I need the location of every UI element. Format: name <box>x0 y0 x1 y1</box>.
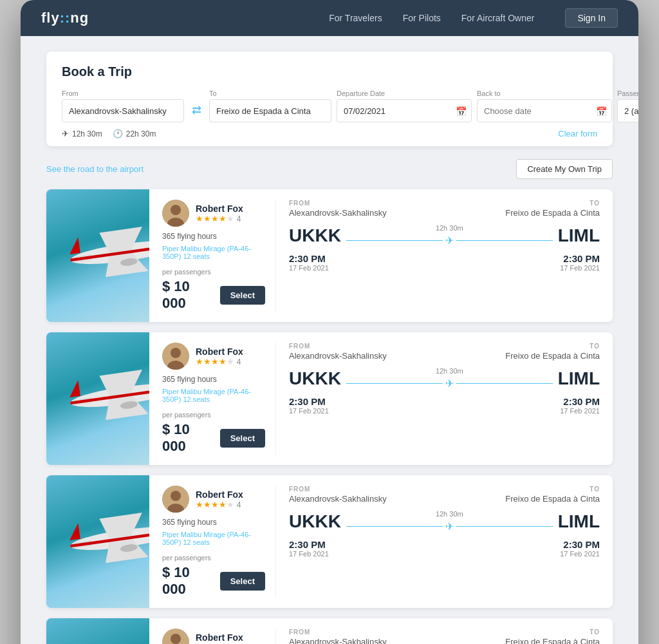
nav-link-aircraft[interactable]: For Aircraft Owner <box>461 13 535 23</box>
clear-form-link[interactable]: Clear form <box>558 129 597 138</box>
card-body: Robert Fox ★★★★★ 4 365 flying hours Pipe… <box>149 618 613 644</box>
arrive-time: 2:30 PM <box>560 253 600 264</box>
svg-marker-13 <box>68 380 80 397</box>
svg-marker-24 <box>68 523 80 540</box>
depart-date: 17 Feb 2021 <box>289 264 329 272</box>
depart-date: 17 Feb 2021 <box>289 407 329 415</box>
card-image <box>46 618 149 644</box>
pilot-stars: ★★★★★ 4 <box>196 214 243 223</box>
road-link[interactable]: See the road to the airport <box>46 164 516 174</box>
svg-point-20 <box>171 348 181 358</box>
flight-section: FROM Alexandrovsk-Sakhalinsky TO Freixo … <box>275 343 600 455</box>
backto-field: Back to 📅 <box>477 90 612 122</box>
navbar: fly::ng For Travelers For Pilots For Air… <box>21 0 638 36</box>
nav-link-pilots[interactable]: For Pilots <box>403 13 441 23</box>
to-input[interactable] <box>209 99 331 122</box>
pilot-info: Robert Fox ★★★★★ 4 <box>162 629 265 644</box>
flying-hours: 365 flying hours <box>162 232 265 241</box>
pilot-stars: ★★★★★ 4 <box>196 500 243 509</box>
flight-time-meta: ✈ 12h 30m <box>62 129 102 138</box>
endpoint-to: TO Freixo de Espada à Cinta <box>505 629 600 644</box>
road-bar: See the road to the airport Create My Ow… <box>46 159 613 179</box>
flight-times: 2:30 PM 17 Feb 2021 2:30 PM 17 Feb 2021 <box>289 539 600 558</box>
from-city: Alexandrovsk-Sakhalinsky <box>289 351 387 361</box>
to-field: To <box>209 90 331 122</box>
flying-hours: 365 flying hours <box>162 518 265 527</box>
to-city: Freixo de Espada à Cinta <box>505 494 600 504</box>
return-time-value: 22h 30m <box>126 129 156 138</box>
pilot-info: Robert Fox ★★★★★ 4 <box>162 343 265 370</box>
booking-form-row: From ⇄ To Departure Date 📅 Back to 📅 <box>62 90 597 122</box>
from-iata: UKKK <box>289 225 341 246</box>
backto-input[interactable] <box>477 99 612 122</box>
departure-input[interactable] <box>337 99 472 122</box>
depart-time-block: 2:30 PM 17 Feb 2021 <box>289 396 329 415</box>
depart-time: 2:30 PM <box>289 253 329 264</box>
route-line: 12h 30m ✈ <box>346 367 553 390</box>
flight-endpoints: FROM Alexandrovsk-Sakhalinsky TO Freixo … <box>289 343 600 361</box>
from-field: From <box>62 90 184 122</box>
select-button[interactable]: Select <box>220 429 265 448</box>
svg-marker-2 <box>68 237 80 254</box>
avatar <box>162 629 189 644</box>
from-endpoint-label: FROM <box>289 200 387 207</box>
from-input[interactable] <box>62 99 184 122</box>
from-endpoint-label: FROM <box>289 486 387 493</box>
pilot-name-section: Robert Fox ★★★★★ 4 <box>196 632 243 645</box>
from-city: Alexandrovsk-Sakhalinsky <box>289 494 387 504</box>
to-endpoint-label: TO <box>505 629 600 636</box>
from-iata: UKKK <box>289 511 341 532</box>
return-time-meta: 🕐 22h 30m <box>113 129 156 138</box>
pilot-info: Robert Fox ★★★★★ 4 <box>162 200 265 227</box>
card-body: Robert Fox ★★★★★ 4 365 flying hours Pipe… <box>149 332 613 465</box>
pilot-name: Robert Fox <box>196 632 243 643</box>
price-row: $ 10 000 Select <box>162 278 265 312</box>
nav-link-travelers[interactable]: For Travelers <box>329 13 382 23</box>
from-label: From <box>62 90 184 97</box>
aircraft-info: Piper Malibu Mirage (PA-46-350P) 12 seat… <box>162 245 265 260</box>
passengers-label: Passengers <box>617 90 638 97</box>
pilot-info: Robert Fox ★★★★★ 4 <box>162 486 265 513</box>
flight-section: FROM Alexandrovsk-Sakhalinsky TO Freixo … <box>275 629 600 644</box>
arrive-date: 17 Feb 2021 <box>560 264 600 272</box>
flight-section: FROM Alexandrovsk-Sakhalinsky TO Freixo … <box>275 486 600 598</box>
main-content: Book a Trip From ⇄ To Departure Date 📅 <box>21 36 638 644</box>
passengers-input[interactable] <box>617 99 638 122</box>
signin-button[interactable]: Sign In <box>565 8 618 28</box>
swap-icon[interactable]: ⇄ <box>189 103 204 117</box>
select-button[interactable]: Select <box>220 572 265 591</box>
departure-label: Departure Date <box>337 90 472 97</box>
aircraft-info: Piper Malibu Mirage (PA-46-350P) 12 seat… <box>162 388 265 403</box>
flight-route: UKKK 12h 30m ✈ LIML <box>289 224 600 247</box>
depart-time: 2:30 PM <box>289 539 329 550</box>
flight-endpoints: FROM Alexandrovsk-Sakhalinsky TO Freixo … <box>289 200 600 218</box>
clock-icon: 🕐 <box>113 129 123 138</box>
svg-point-42 <box>171 634 181 644</box>
from-endpoint-label: FROM <box>289 629 387 636</box>
endpoint-to: TO Freixo de Espada à Cinta <box>505 343 600 361</box>
route-duration: 12h 30m <box>436 367 463 375</box>
arrive-time: 2:30 PM <box>560 539 600 550</box>
route-line-visual: ✈ <box>346 377 553 390</box>
arrive-time-block: 2:30 PM 17 Feb 2021 <box>560 396 600 415</box>
calendar-icon: 📅 <box>456 106 467 117</box>
select-button[interactable]: Select <box>220 286 265 305</box>
price-value: $ 10 000 <box>162 564 214 598</box>
to-iata: LIML <box>558 225 600 246</box>
arrive-date: 17 Feb 2021 <box>560 550 600 558</box>
to-city: Freixo de Espada à Cinta <box>505 351 600 361</box>
card-image <box>46 189 149 322</box>
card-image <box>46 475 149 608</box>
flight-endpoints: FROM Alexandrovsk-Sakhalinsky TO Freixo … <box>289 486 600 504</box>
pilot-name: Robert Fox <box>196 204 243 214</box>
pilot-section: Robert Fox ★★★★★ 4 365 flying hours Pipe… <box>162 200 265 312</box>
calendar-back-icon: 📅 <box>596 106 607 117</box>
arrive-time: 2:30 PM <box>560 396 600 407</box>
flight-time-value: 12h 30m <box>72 129 102 138</box>
create-trip-button[interactable]: Create My Own Trip <box>516 159 613 179</box>
endpoint-from: FROM Alexandrovsk-Sakhalinsky <box>289 343 387 361</box>
result-card: Robert Fox ★★★★★ 4 365 flying hours Pipe… <box>46 189 613 322</box>
per-passengers-label: per passengers <box>162 268 265 276</box>
passengers-field: Passengers <box>617 90 638 122</box>
card-body: Robert Fox ★★★★★ 4 365 flying hours Pipe… <box>149 189 613 322</box>
